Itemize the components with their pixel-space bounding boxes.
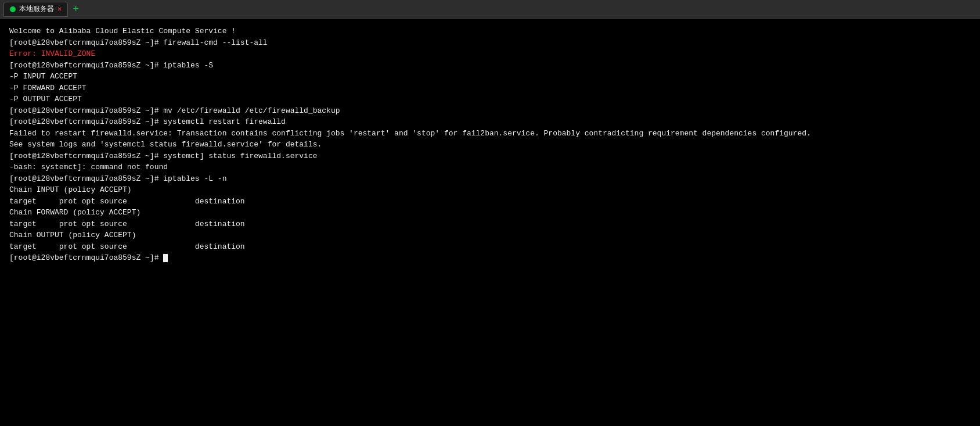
tab-bar: 本地服务器 ✕ +: [0, 0, 980, 19]
terminal-line: Chain FORWARD (policy ACCEPT): [9, 207, 971, 219]
terminal-line: [root@i28vbeftcrnmqui7oa859sZ ~]# system…: [9, 116, 971, 128]
terminal-line: target prot opt source destination: [9, 196, 971, 207]
terminal-line: -P OUTPUT ACCEPT: [9, 94, 971, 105]
terminal-line: [root@i28vbeftcrnmqui7oa859sZ ~]# firewa…: [9, 37, 971, 49]
terminal-line: [root@i28vbeftcrnmqui7oa859sZ ~]# mv /et…: [9, 105, 971, 117]
terminal-line: [root@i28vbeftcrnmqui7oa859sZ ~]# system…: [9, 151, 971, 162]
tab-close-button[interactable]: ✕: [57, 5, 62, 13]
terminal-cursor: [163, 254, 168, 262]
terminal-line: Chain INPUT (policy ACCEPT): [9, 184, 971, 196]
tab-local-server[interactable]: 本地服务器 ✕: [3, 2, 68, 17]
terminal-line: -P FORWARD ACCEPT: [9, 83, 971, 94]
terminal-line: [root@i28vbeftcrnmqui7oa859sZ ~]#: [9, 252, 971, 264]
terminal-line: Welcome to Alibaba Cloud Elastic Compute…: [9, 26, 971, 37]
tab-label: 本地服务器: [19, 4, 54, 14]
terminal-line: [root@i28vbeftcrnmqui7oa859sZ ~]# iptabl…: [9, 173, 971, 185]
terminal-line: Error: INVALID_ZONE: [9, 48, 971, 60]
terminal-line: Chain OUTPUT (policy ACCEPT): [9, 230, 971, 241]
terminal-line: -bash: systemct]: command not found: [9, 162, 971, 173]
tab-status-dot: [10, 6, 16, 12]
terminal-line: Failed to restart firewalld.service: Tra…: [9, 128, 971, 139]
terminal-line: [root@i28vbeftcrnmqui7oa859sZ ~]# iptabl…: [9, 60, 971, 71]
terminal-line: target prot opt source destination: [9, 219, 971, 230]
new-tab-button[interactable]: +: [73, 4, 79, 15]
terminal-line: See system logs and 'systemctl status fi…: [9, 139, 971, 151]
terminal-line: -P INPUT ACCEPT: [9, 71, 971, 83]
terminal-line: target prot opt source destination: [9, 241, 971, 253]
terminal-output[interactable]: Welcome to Alibaba Cloud Elastic Compute…: [0, 19, 980, 426]
